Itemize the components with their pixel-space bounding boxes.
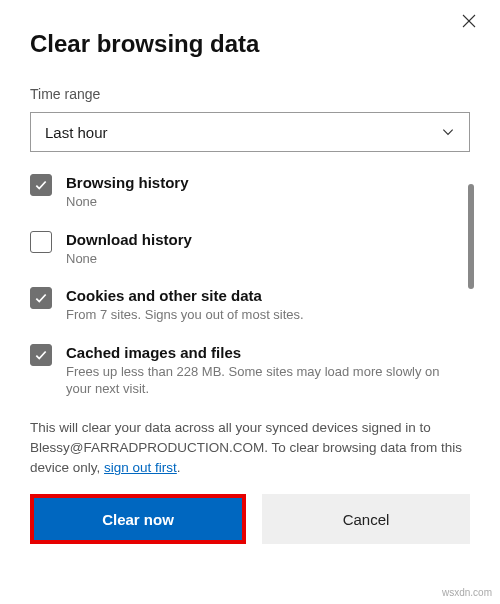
checkmark-icon <box>34 291 48 305</box>
chevron-down-icon <box>441 125 455 139</box>
clear-now-button[interactable]: Clear now <box>34 498 242 540</box>
item-title: Cookies and other site data <box>66 287 304 304</box>
item-sub: None <box>66 193 189 211</box>
list-item: Browsing history None <box>30 174 470 211</box>
watermark: wsxdn.com <box>442 587 492 598</box>
time-range-select[interactable]: Last hour <box>30 112 470 152</box>
close-button[interactable] <box>460 12 480 32</box>
time-range-value: Last hour <box>45 124 108 141</box>
list-item: Cookies and other site data From 7 sites… <box>30 287 470 324</box>
cancel-button[interactable]: Cancel <box>262 494 470 544</box>
item-title: Download history <box>66 231 192 248</box>
checkbox-cached-images[interactable] <box>30 344 52 366</box>
item-title: Browsing history <box>66 174 189 191</box>
checkbox-download-history[interactable] <box>30 231 52 253</box>
close-icon <box>460 12 478 30</box>
highlight-box: Clear now <box>30 494 246 544</box>
checkmark-icon <box>34 348 48 362</box>
sign-out-link[interactable]: sign out first <box>104 460 177 475</box>
notice-text-suffix: . <box>177 460 181 475</box>
time-range-label: Time range <box>30 86 470 102</box>
item-sub: Frees up less than 228 MB. Some sites ma… <box>66 363 450 398</box>
checkbox-browsing-history[interactable] <box>30 174 52 196</box>
list-item: Download history None <box>30 231 470 268</box>
item-sub: None <box>66 250 192 268</box>
scrollbar[interactable] <box>468 184 474 289</box>
checkbox-cookies[interactable] <box>30 287 52 309</box>
list-item: Cached images and files Frees up less th… <box>30 344 470 398</box>
dialog-title: Clear browsing data <box>30 30 470 58</box>
item-title: Cached images and files <box>66 344 450 361</box>
sync-notice: This will clear your data across all you… <box>30 418 470 479</box>
checkmark-icon <box>34 178 48 192</box>
item-sub: From 7 sites. Signs you out of most site… <box>66 306 304 324</box>
notice-text-prefix: This will clear your data across all you… <box>30 420 462 476</box>
